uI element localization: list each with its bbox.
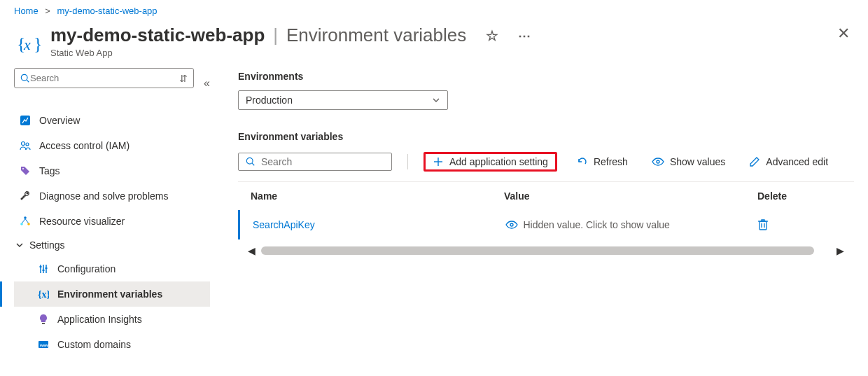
breadcrumb: Home > my-demo-static-web-app — [0, 0, 868, 20]
add-application-setting-button[interactable]: Add application setting — [424, 152, 557, 172]
sidebar-item-label: Access control (IAM) — [39, 140, 130, 151]
envvars-table: Name Value Delete SearchApiKey Hidden va… — [238, 181, 854, 239]
svg-line-13 — [25, 219, 29, 223]
sidebar-item-label: Environment variables — [57, 288, 162, 300]
sidebar-group-label: Settings — [29, 239, 65, 251]
horizontal-scrollbar[interactable]: ◀ ▶ — [238, 245, 854, 256]
col-delete: Delete — [757, 190, 841, 202]
sidebar-item-configuration[interactable]: Configuration — [14, 256, 210, 281]
sidebar-item-diagnose[interactable]: Diagnose and solve problems — [14, 183, 210, 209]
envvars-label: Environment variables — [238, 131, 854, 142]
sliders-icon — [36, 262, 50, 276]
sidebar-item-iam[interactable]: Access control (IAM) — [14, 133, 210, 158]
plus-icon — [433, 156, 444, 167]
sidebar: ⇵ « Overview Access control (IAM) Tags — [0, 68, 224, 357]
sidebar-item-label: Application Insights — [57, 314, 142, 325]
toolbar: Add application setting Refresh Show val… — [238, 152, 854, 172]
search-icon — [246, 157, 255, 167]
chevron-down-icon — [432, 96, 440, 104]
sidebar-item-envvars[interactable]: {x} Environment variables — [14, 281, 210, 307]
www-icon: www — [36, 337, 50, 351]
svg-rect-18 — [43, 270, 45, 271]
button-label: Add application setting — [449, 156, 548, 167]
button-label: Advanced edit — [766, 156, 828, 167]
close-icon[interactable]: ✕ — [833, 25, 854, 43]
environment-selected-value: Production — [246, 95, 293, 106]
sidebar-item-label: Diagnose and solve problems — [39, 190, 168, 202]
main-content: Environments Production Environment vari… — [224, 68, 868, 357]
svg-point-29 — [510, 223, 513, 226]
svg-rect-17 — [40, 266, 42, 267]
sidebar-item-resviz[interactable]: Resource visualizer — [14, 209, 210, 234]
environments-label: Environments — [238, 71, 854, 82]
svg-point-9 — [24, 216, 27, 219]
svg-point-10 — [20, 223, 23, 225]
wrench-icon — [18, 189, 32, 203]
envvar-name-link[interactable]: SearchApiKey — [253, 219, 315, 230]
search-icon — [20, 74, 30, 83]
svg-point-7 — [26, 143, 29, 146]
page-header: { x } my-demo-static-web-app | Environme… — [0, 20, 868, 68]
sort-icon[interactable]: ⇵ — [179, 73, 188, 84]
overview-icon — [18, 113, 32, 127]
breadcrumb-home[interactable]: Home — [14, 6, 38, 16]
sidebar-group-settings[interactable]: Settings — [14, 234, 210, 256]
svg-point-28 — [657, 160, 659, 163]
variable-icon: {x} — [36, 287, 50, 301]
svg-rect-21 — [42, 323, 45, 324]
eye-icon — [652, 157, 664, 167]
refresh-icon — [577, 156, 588, 167]
trash-icon — [757, 218, 769, 231]
breadcrumb-app[interactable]: my-demo-static-web-app — [57, 6, 158, 16]
lightbulb-icon — [36, 312, 50, 326]
graph-icon — [18, 214, 32, 228]
toolbar-separator — [407, 154, 408, 169]
sidebar-item-label: Resource visualizer — [39, 216, 125, 227]
scroll-thumb[interactable] — [261, 246, 814, 255]
sidebar-search-input[interactable] — [30, 71, 175, 85]
sidebar-search[interactable]: ⇵ — [14, 68, 194, 88]
scroll-right-icon[interactable]: ▶ — [834, 245, 847, 256]
resource-subtitle: Static Web App — [50, 48, 833, 58]
svg-line-25 — [252, 163, 254, 165]
table-header: Name Value Delete — [238, 182, 854, 210]
breadcrumb-sep: > — [45, 6, 50, 16]
sidebar-item-tags[interactable]: Tags — [14, 158, 210, 183]
chevron-down-icon — [15, 241, 24, 249]
svg-text:www: www — [39, 343, 49, 347]
svg-text:}: } — [34, 34, 42, 54]
advanced-edit-button[interactable]: Advanced edit — [745, 153, 832, 170]
svg-line-12 — [22, 219, 26, 223]
svg-rect-19 — [46, 267, 48, 269]
resource-type-icon: { x } — [14, 29, 43, 58]
svg-point-24 — [246, 158, 253, 164]
envvar-value-masked[interactable]: Hidden value. Click to show value — [505, 219, 758, 230]
sidebar-item-appinsights[interactable]: Application Insights — [14, 307, 210, 332]
svg-text:{x}: {x} — [38, 289, 49, 300]
col-value: Value — [504, 190, 757, 202]
scroll-track[interactable] — [261, 246, 831, 255]
environment-select[interactable]: Production — [238, 90, 448, 110]
more-menu-icon[interactable]: ⋯ — [518, 28, 531, 43]
svg-line-4 — [27, 80, 29, 82]
sidebar-item-label: Tags — [39, 165, 60, 176]
sidebar-item-customdomains[interactable]: www Custom domains — [14, 332, 210, 357]
tag-icon — [18, 164, 32, 178]
collapse-sidebar-icon[interactable]: « — [204, 77, 210, 90]
svg-point-3 — [21, 74, 27, 81]
sidebar-item-overview[interactable]: Overview — [14, 108, 210, 133]
delete-row-button[interactable] — [757, 218, 841, 231]
show-values-button[interactable]: Show values — [648, 153, 729, 170]
favorite-star-icon[interactable]: ☆ — [486, 27, 498, 44]
envvars-search[interactable] — [238, 153, 392, 171]
svg-text:x: x — [23, 36, 31, 53]
button-label: Refresh — [594, 156, 628, 167]
sidebar-item-label: Overview — [39, 115, 80, 126]
refresh-button[interactable]: Refresh — [573, 153, 632, 170]
scroll-left-icon[interactable]: ◀ — [245, 245, 258, 256]
envvars-search-input[interactable] — [261, 156, 384, 167]
pencil-icon — [749, 156, 760, 167]
people-icon — [18, 139, 32, 153]
button-label: Show values — [670, 156, 725, 167]
page-section: Environment variables — [286, 25, 466, 46]
